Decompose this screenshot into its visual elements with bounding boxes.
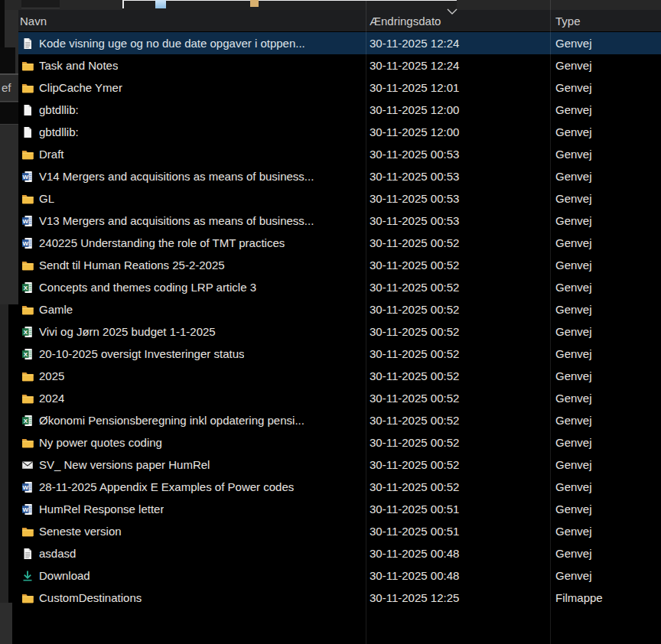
file-type: Genvej: [550, 458, 661, 471]
column-header-row: Navn Ændringsdato Type: [18, 10, 661, 31]
file-name-cell: gbtdllib:: [18, 103, 366, 116]
file-name: Download: [39, 569, 90, 582]
file-name: GL: [39, 192, 54, 205]
left-pane-band: [0, 47, 15, 73]
file-modified-date: 30-11-2025 12:24: [366, 37, 550, 50]
table-row[interactable]: Ny power quotes coding 30-11-2025 00:52 …: [18, 431, 661, 454]
table-row[interactable]: asdasd 30-11-2025 00:48 Genvej: [18, 542, 661, 564]
file-type: Genvej: [550, 303, 661, 316]
file-name-cell: Draft: [18, 148, 366, 161]
file-name: SV_ New versions paper HumRel: [39, 458, 210, 471]
table-row[interactable]: Gamle 30-11-2025 00:52 Genvej: [18, 298, 661, 320]
blank-file-icon: [21, 104, 34, 116]
file-modified-date: 30-11-2025 00:52: [366, 236, 550, 249]
svg-text:W: W: [23, 239, 29, 246]
left-pane-separator: [0, 101, 18, 102]
table-row[interactable]: Seneste version 30-11-2025 00:51 Genvej: [18, 520, 661, 542]
column-header-modified[interactable]: Ændringsdato: [370, 10, 441, 31]
table-row[interactable]: X Vivi og Jørn 2025 budget 1-1-2025 30-1…: [18, 320, 661, 343]
file-name-cell: X Concepts and themes coding LRP article…: [18, 281, 366, 294]
table-row[interactable]: X Concepts and themes coding LRP article…: [18, 276, 661, 298]
file-modified-date: 30-11-2025 00:52: [366, 303, 550, 316]
file-name-cell: CustomDestinations: [18, 591, 366, 604]
table-row[interactable]: X 20-10-2025 oversigt Investeringer stat…: [18, 343, 661, 365]
file-name: ClipCache Ymer: [39, 81, 122, 94]
svg-text:X: X: [24, 328, 28, 335]
file-name: asdasd: [39, 547, 76, 560]
file-name-cell: X Vivi og Jørn 2025 budget 1-1-2025: [18, 325, 366, 338]
folder-icon: [21, 592, 34, 604]
file-modified-date: 30-11-2025 00:53: [366, 170, 550, 183]
table-row[interactable]: Task and Notes 30-11-2025 12:24 Genvej: [18, 54, 661, 76]
file-name-cell: W V14 Mergers and acquisitions as means …: [18, 170, 366, 183]
file-name: Vivi og Jørn 2025 budget 1-1-2025: [39, 325, 216, 338]
table-row[interactable]: W 28-11-2025 Appendix E Examples of Powe…: [18, 476, 661, 498]
file-type: Genvej: [550, 503, 661, 516]
file-name: Gamle: [39, 303, 73, 316]
left-pane-band: [0, 102, 18, 124]
column-header-type[interactable]: Type: [555, 10, 581, 31]
file-name-cell: X 20-10-2025 oversigt Investeringer stat…: [18, 347, 366, 360]
svg-text:X: X: [24, 350, 28, 357]
word-icon: W: [21, 503, 34, 516]
file-type: Genvej: [550, 480, 661, 493]
file-modified-date: 30-11-2025 00:52: [366, 458, 550, 471]
table-row[interactable]: W 240225 Understanding the role of TMT p…: [18, 232, 661, 254]
sort-descending-icon[interactable]: [445, 8, 459, 16]
file-name: gbtdllib:: [39, 103, 79, 116]
file-name-cell: Kode visning uge og no due date opgaver …: [18, 37, 366, 50]
file-name-cell: 2024: [18, 392, 366, 405]
file-type: Filmappe: [550, 591, 661, 604]
file-type: Genvej: [550, 547, 661, 560]
left-pane-text-fragment: ef: [2, 81, 11, 94]
left-pane-separator: [0, 124, 18, 125]
file-name-cell: Download: [18, 569, 366, 582]
table-row[interactable]: 2024 30-11-2025 00:52 Genvej: [18, 387, 661, 409]
column-separator[interactable]: [366, 0, 366, 644]
table-row[interactable]: Draft 30-11-2025 00:53 Genvej: [18, 143, 661, 165]
table-row[interactable]: gbtdllib: 30-11-2025 12:00 Genvej: [18, 99, 661, 121]
address-bar-fragment: [122, 0, 457, 10]
file-type: Genvej: [550, 148, 661, 161]
folder-icon-fragment: [250, 0, 259, 7]
word-icon: W: [21, 171, 34, 183]
file-type: Genvej: [550, 81, 661, 94]
file-name-cell: Gamle: [18, 303, 366, 316]
table-row[interactable]: GL 30-11-2025 00:53 Genvej: [18, 187, 661, 210]
table-row[interactable]: Sendt til Human Reations 25-2-2025 30-11…: [18, 254, 661, 276]
file-modified-date: 30-11-2025 00:52: [366, 414, 550, 427]
table-row[interactable]: W HumRel Response letter 30-11-2025 00:5…: [18, 498, 661, 520]
file-type: Genvej: [550, 236, 661, 249]
table-row[interactable]: 2025 30-11-2025 00:52 Genvej: [18, 365, 661, 387]
column-header-name[interactable]: Navn: [20, 10, 47, 31]
table-row[interactable]: gbtdllib: 30-11-2025 12:00 Genvej: [18, 121, 661, 143]
file-modified-date: 30-11-2025 00:51: [366, 525, 550, 538]
table-row[interactable]: W V14 Mergers and acquisitions as means …: [18, 165, 661, 187]
file-name-cell: GL: [18, 192, 366, 205]
folder-icon: [21, 60, 34, 72]
file-name: 2025: [39, 369, 64, 382]
table-row[interactable]: W V13 Mergers and acquisitions as means …: [18, 210, 661, 232]
file-type: Genvej: [550, 170, 661, 183]
table-row[interactable]: CustomDestinations 30-11-2025 12:25 Film…: [18, 587, 661, 609]
svg-text:W: W: [23, 217, 29, 224]
file-type: Genvej: [550, 192, 661, 205]
file-type: Genvej: [550, 392, 661, 405]
table-row[interactable]: X Økonomi Pensionsberegning inkl opdater…: [18, 409, 661, 431]
table-row[interactable]: ClipCache Ymer 30-11-2025 12:01 Genvej: [18, 76, 661, 99]
file-modified-date: 30-11-2025 00:51: [366, 503, 550, 516]
table-row[interactable]: Download 30-11-2025 00:48 Genvej: [18, 564, 661, 587]
folder-icon: [21, 525, 34, 538]
svg-text:W: W: [23, 173, 29, 180]
file-name: gbtdllib:: [39, 125, 79, 138]
file-type: Genvej: [550, 214, 661, 227]
window-icon-fragment: [155, 0, 166, 8]
file-type: Genvej: [550, 103, 661, 116]
file-modified-date: 30-11-2025 00:48: [366, 547, 550, 560]
folder-icon: [21, 193, 34, 205]
table-row[interactable]: Kode visning uge og no due date opgaver …: [18, 32, 661, 54]
table-row[interactable]: SV_ New versions paper HumRel 30-11-2025…: [18, 454, 661, 476]
column-separator[interactable]: [550, 0, 551, 644]
mail-icon: [21, 459, 34, 471]
file-name-cell: 2025: [18, 369, 366, 382]
